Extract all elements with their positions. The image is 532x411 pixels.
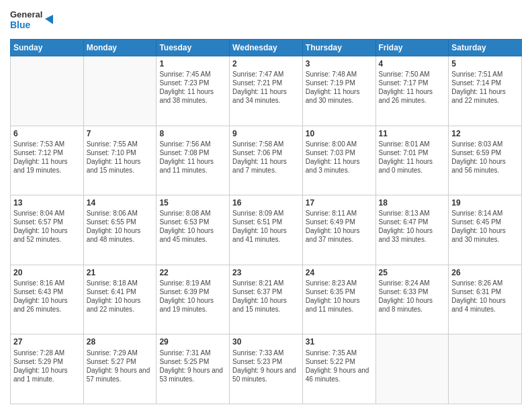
day-number: 22 <box>159 267 226 278</box>
day-info: Sunrise: 8:14 AM Sunset: 6:45 PM Dayligh… <box>451 209 519 244</box>
day-info: Sunrise: 8:11 AM Sunset: 6:49 PM Dayligh… <box>306 209 373 244</box>
calendar-cell <box>11 56 84 126</box>
calendar-cell <box>375 334 449 404</box>
day-info: Sunrise: 7:45 AM Sunset: 7:23 PM Dayligh… <box>159 70 226 105</box>
calendar-cell <box>449 334 522 404</box>
day-number: 16 <box>232 197 300 208</box>
header: General Blue <box>10 7 522 34</box>
day-info: Sunrise: 8:21 AM Sunset: 6:37 PM Dayligh… <box>232 279 300 314</box>
calendar-cell: 2Sunrise: 7:47 AM Sunset: 7:21 PM Daylig… <box>230 56 303 126</box>
day-number: 26 <box>451 267 519 278</box>
day-info: Sunrise: 7:51 AM Sunset: 7:14 PM Dayligh… <box>451 70 519 105</box>
day-info: Sunrise: 7:28 AM Sunset: 5:29 PM Dayligh… <box>13 349 81 383</box>
calendar-cell: 5Sunrise: 7:51 AM Sunset: 7:14 PM Daylig… <box>449 56 522 126</box>
calendar-week-3: 13Sunrise: 8:04 AM Sunset: 6:57 PM Dayli… <box>11 195 522 265</box>
day-number: 4 <box>379 58 446 69</box>
calendar-week-1: 1Sunrise: 7:45 AM Sunset: 7:23 PM Daylig… <box>11 56 522 126</box>
day-number: 20 <box>13 267 81 278</box>
day-number: 1 <box>159 58 226 69</box>
day-number: 8 <box>159 128 226 139</box>
calendar-week-5: 27Sunrise: 7:28 AM Sunset: 5:29 PM Dayli… <box>11 334 522 404</box>
day-info: Sunrise: 7:48 AM Sunset: 7:19 PM Dayligh… <box>306 70 373 105</box>
day-number: 12 <box>451 128 519 139</box>
calendar-cell: 4Sunrise: 7:50 AM Sunset: 7:17 PM Daylig… <box>375 56 449 126</box>
day-number: 31 <box>306 336 373 347</box>
calendar-cell: 21Sunrise: 8:18 AM Sunset: 6:41 PM Dayli… <box>83 265 157 334</box>
day-number: 27 <box>13 336 81 347</box>
day-number: 9 <box>232 128 300 139</box>
calendar-cell: 17Sunrise: 8:11 AM Sunset: 6:49 PM Dayli… <box>302 195 375 265</box>
calendar-cell <box>83 56 157 126</box>
day-info: Sunrise: 7:58 AM Sunset: 7:06 PM Dayligh… <box>232 140 300 175</box>
calendar-cell: 18Sunrise: 8:13 AM Sunset: 6:47 PM Dayli… <box>375 195 449 265</box>
day-info: Sunrise: 8:24 AM Sunset: 6:33 PM Dayligh… <box>379 279 446 314</box>
day-number: 19 <box>451 197 519 208</box>
day-number: 5 <box>451 58 519 69</box>
day-info: Sunrise: 7:35 AM Sunset: 5:22 PM Dayligh… <box>306 349 373 383</box>
logo: General Blue <box>10 7 57 34</box>
day-info: Sunrise: 7:56 AM Sunset: 7:08 PM Dayligh… <box>159 140 226 175</box>
calendar-week-4: 20Sunrise: 8:16 AM Sunset: 6:43 PM Dayli… <box>11 265 522 334</box>
day-info: Sunrise: 8:13 AM Sunset: 6:47 PM Dayligh… <box>379 209 446 244</box>
calendar-cell: 11Sunrise: 8:01 AM Sunset: 7:01 PM Dayli… <box>375 126 449 195</box>
col-header-thursday: Thursday <box>302 40 375 56</box>
calendar-cell: 25Sunrise: 8:24 AM Sunset: 6:33 PM Dayli… <box>375 265 449 334</box>
calendar-cell: 1Sunrise: 7:45 AM Sunset: 7:23 PM Daylig… <box>157 56 230 126</box>
calendar-cell: 15Sunrise: 8:08 AM Sunset: 6:53 PM Dayli… <box>157 195 230 265</box>
day-info: Sunrise: 7:33 AM Sunset: 5:23 PM Dayligh… <box>232 349 300 383</box>
day-info: Sunrise: 7:31 AM Sunset: 5:25 PM Dayligh… <box>159 349 226 383</box>
day-number: 25 <box>379 267 446 278</box>
day-info: Sunrise: 7:47 AM Sunset: 7:21 PM Dayligh… <box>232 70 300 105</box>
calendar-cell: 27Sunrise: 7:28 AM Sunset: 5:29 PM Dayli… <box>11 334 84 404</box>
calendar-cell: 24Sunrise: 8:23 AM Sunset: 6:35 PM Dayli… <box>302 265 375 334</box>
calendar-week-2: 6Sunrise: 7:53 AM Sunset: 7:12 PM Daylig… <box>11 126 522 195</box>
day-info: Sunrise: 7:50 AM Sunset: 7:17 PM Dayligh… <box>379 70 446 105</box>
day-info: Sunrise: 8:09 AM Sunset: 6:51 PM Dayligh… <box>232 209 300 244</box>
calendar-header-row: SundayMondayTuesdayWednesdayThursdayFrid… <box>11 40 522 56</box>
day-number: 28 <box>87 336 154 347</box>
day-number: 6 <box>13 128 81 139</box>
calendar-cell: 28Sunrise: 7:29 AM Sunset: 5:27 PM Dayli… <box>83 334 157 404</box>
day-info: Sunrise: 8:18 AM Sunset: 6:41 PM Dayligh… <box>87 279 154 314</box>
day-info: Sunrise: 7:53 AM Sunset: 7:12 PM Dayligh… <box>13 140 81 175</box>
calendar-cell: 12Sunrise: 8:03 AM Sunset: 6:59 PM Dayli… <box>449 126 522 195</box>
day-info: Sunrise: 8:08 AM Sunset: 6:53 PM Dayligh… <box>159 209 226 244</box>
day-info: Sunrise: 8:16 AM Sunset: 6:43 PM Dayligh… <box>13 279 81 314</box>
calendar-cell: 3Sunrise: 7:48 AM Sunset: 7:19 PM Daylig… <box>302 56 375 126</box>
page: General Blue SundayMondayTuesdayWednesda… <box>0 0 532 411</box>
day-info: Sunrise: 8:04 AM Sunset: 6:57 PM Dayligh… <box>13 209 81 244</box>
day-number: 29 <box>159 336 226 347</box>
day-number: 3 <box>306 58 373 69</box>
day-number: 30 <box>232 336 300 347</box>
calendar-cell: 19Sunrise: 8:14 AM Sunset: 6:45 PM Dayli… <box>449 195 522 265</box>
calendar-cell: 10Sunrise: 8:00 AM Sunset: 7:03 PM Dayli… <box>302 126 375 195</box>
day-info: Sunrise: 8:19 AM Sunset: 6:39 PM Dayligh… <box>159 279 226 314</box>
calendar-cell: 16Sunrise: 8:09 AM Sunset: 6:51 PM Dayli… <box>230 195 303 265</box>
calendar-cell: 20Sunrise: 8:16 AM Sunset: 6:43 PM Dayli… <box>11 265 84 334</box>
col-header-monday: Monday <box>83 40 157 56</box>
day-info: Sunrise: 8:06 AM Sunset: 6:55 PM Dayligh… <box>87 209 154 244</box>
logo-svg: General Blue <box>10 7 57 34</box>
calendar-cell: 22Sunrise: 8:19 AM Sunset: 6:39 PM Dayli… <box>157 265 230 334</box>
day-info: Sunrise: 8:23 AM Sunset: 6:35 PM Dayligh… <box>306 279 373 314</box>
calendar-cell: 30Sunrise: 7:33 AM Sunset: 5:23 PM Dayli… <box>230 334 303 404</box>
day-number: 18 <box>379 197 446 208</box>
day-number: 2 <box>232 58 300 69</box>
calendar-cell: 31Sunrise: 7:35 AM Sunset: 5:22 PM Dayli… <box>302 334 375 404</box>
day-info: Sunrise: 7:55 AM Sunset: 7:10 PM Dayligh… <box>87 140 154 175</box>
day-number: 23 <box>232 267 300 278</box>
day-info: Sunrise: 8:26 AM Sunset: 6:31 PM Dayligh… <box>451 279 519 314</box>
day-number: 10 <box>306 128 373 139</box>
calendar-cell: 13Sunrise: 8:04 AM Sunset: 6:57 PM Dayli… <box>11 195 84 265</box>
day-info: Sunrise: 7:29 AM Sunset: 5:27 PM Dayligh… <box>87 349 154 383</box>
day-number: 17 <box>306 197 373 208</box>
svg-text:General: General <box>10 9 42 19</box>
col-header-tuesday: Tuesday <box>157 40 230 56</box>
day-info: Sunrise: 8:01 AM Sunset: 7:01 PM Dayligh… <box>379 140 446 175</box>
day-info: Sunrise: 8:00 AM Sunset: 7:03 PM Dayligh… <box>306 140 373 175</box>
calendar-cell: 9Sunrise: 7:58 AM Sunset: 7:06 PM Daylig… <box>230 126 303 195</box>
calendar-cell: 14Sunrise: 8:06 AM Sunset: 6:55 PM Dayli… <box>83 195 157 265</box>
day-number: 24 <box>306 267 373 278</box>
day-number: 13 <box>13 197 81 208</box>
calendar-cell: 6Sunrise: 7:53 AM Sunset: 7:12 PM Daylig… <box>11 126 84 195</box>
